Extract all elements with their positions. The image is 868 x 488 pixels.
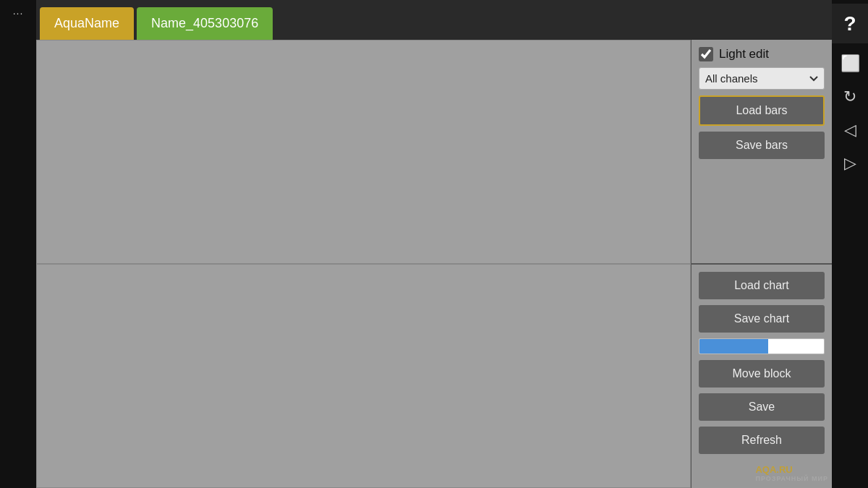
content-grid: Light edit All chanels Channel 1 Channel…: [36, 40, 832, 488]
panels-area: [36, 40, 691, 488]
save-bars-button[interactable]: Save bars: [699, 132, 825, 159]
load-chart-button[interactable]: Load chart: [699, 272, 825, 299]
save-chart-button[interactable]: Save chart: [699, 305, 825, 333]
refresh-button[interactable]: Refresh: [699, 427, 825, 454]
left-sidebar: ···: [0, 0, 36, 488]
save-button[interactable]: Save: [699, 393, 825, 421]
channel-select[interactable]: All chanels Channel 1 Channel 2 Channel …: [699, 67, 825, 90]
bottom-panel: [36, 264, 691, 488]
right-sidebar: ? ⬜ ↻ ◁ ▷: [832, 0, 868, 488]
light-edit-row: Light edit: [699, 47, 825, 61]
help-icon: ?: [843, 12, 856, 35]
controls-top: Light edit All chanels Channel 1 Channel…: [692, 40, 832, 265]
tab-bar: AquaName Name_405303076: [36, 0, 832, 40]
tab-name[interactable]: Name_405303076: [137, 7, 273, 40]
progress-bar-container: [699, 338, 825, 354]
top-panel: [36, 40, 691, 264]
tab-name-label: Name_405303076: [151, 16, 258, 31]
tab-aquaname-label: AquaName: [54, 16, 119, 31]
help-box[interactable]: ?: [832, 4, 868, 43]
back-icon[interactable]: ◁: [837, 117, 863, 143]
move-block-button[interactable]: Move block: [699, 360, 825, 388]
progress-bar-fill: [699, 339, 768, 354]
refresh-circle-icon[interactable]: ↻: [837, 84, 863, 110]
tab-aquaname[interactable]: AquaName: [40, 7, 134, 40]
controls-bottom: Load chart Save chart Move block Save Re…: [692, 265, 832, 488]
square-icon[interactable]: ⬜: [837, 51, 863, 77]
main-area: AquaName Name_405303076 Light edit All c…: [36, 0, 832, 488]
load-bars-button[interactable]: Load bars: [699, 95, 825, 126]
light-edit-label: Light edit: [719, 47, 769, 61]
light-edit-checkbox[interactable]: [699, 47, 713, 61]
menu-icon[interactable]: ···: [13, 7, 24, 19]
controls-sidebar: Light edit All chanels Channel 1 Channel…: [691, 40, 832, 488]
forward-icon[interactable]: ▷: [837, 150, 863, 176]
